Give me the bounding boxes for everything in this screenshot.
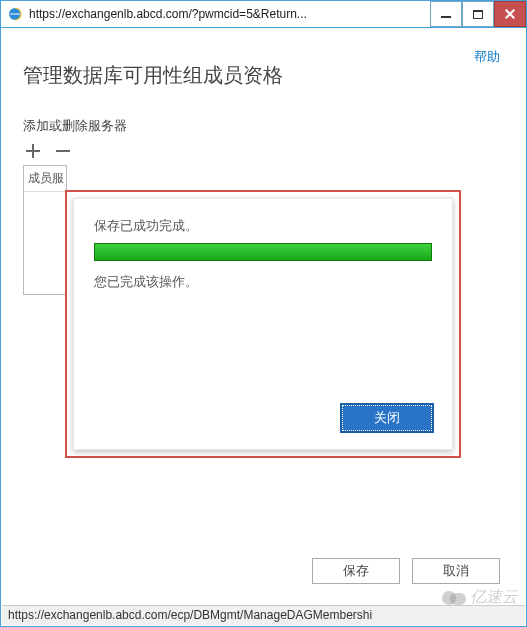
servers-column-header: 成员服 (24, 166, 66, 192)
address-bar-url: https://exchangenlb.abcd.com/?pwmcid=5&R… (29, 7, 430, 21)
page-title: 管理数据库可用性组成员资格 (23, 62, 504, 89)
help-link[interactable]: 帮助 (474, 48, 500, 66)
minimize-button[interactable] (430, 1, 462, 27)
remove-server-button[interactable] (53, 141, 73, 161)
maximize-button[interactable] (462, 1, 494, 27)
dialog-sub-message: 您已完成该操作。 (94, 273, 432, 291)
cloud-icon (442, 591, 466, 605)
dialog-close-button[interactable]: 关闭 (342, 405, 432, 431)
plus-icon (26, 144, 40, 158)
dialog-status-message: 保存已成功完成。 (94, 217, 432, 235)
window-close-button[interactable] (494, 1, 526, 27)
watermark: 亿速云 (442, 587, 518, 608)
servers-toolbar (23, 141, 504, 161)
window-titlebar: https://exchangenlb.abcd.com/?pwmcid=5&R… (0, 0, 527, 28)
save-button[interactable]: 保存 (312, 558, 400, 584)
window-controls (430, 1, 526, 27)
ie-icon (7, 6, 23, 22)
minus-icon (56, 144, 70, 158)
servers-section-label: 添加或删除服务器 (23, 117, 504, 135)
status-bar: https://exchangenlb.abcd.com/ecp/DBMgmt/… (2, 605, 525, 625)
page-body: 帮助 管理数据库可用性组成员资格 添加或删除服务器 成员服 保存已成功完成。 您… (0, 28, 527, 627)
watermark-text: 亿速云 (470, 587, 518, 608)
cancel-button[interactable]: 取消 (412, 558, 500, 584)
dialog-highlight-frame: 保存已成功完成。 您已完成该操作。 关闭 (65, 190, 461, 458)
footer-buttons: 保存 取消 (312, 558, 500, 584)
servers-listbox[interactable]: 成员服 (23, 165, 67, 295)
add-server-button[interactable] (23, 141, 43, 161)
progress-bar (94, 243, 432, 261)
progress-dialog: 保存已成功完成。 您已完成该操作。 关闭 (73, 198, 453, 450)
